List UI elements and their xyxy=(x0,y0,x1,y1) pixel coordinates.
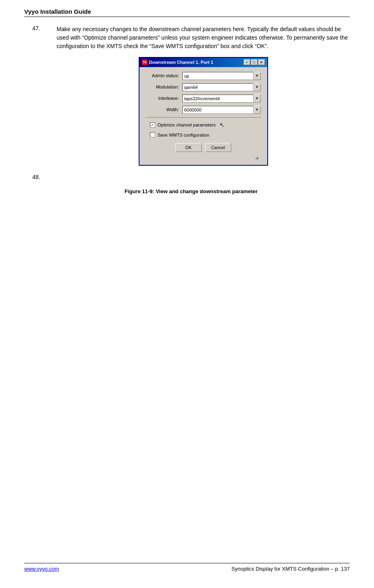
save-wmts-label: Save WMTS configuration xyxy=(158,132,209,139)
interleave-input[interactable] xyxy=(182,95,254,103)
step-47-text: Make any necessary changes to the downst… xyxy=(57,25,350,166)
step-47-number: 47. xyxy=(32,25,57,166)
dialog-title: Downstream Channel 1. Port 1 xyxy=(149,59,213,66)
page-footer: www.vyyo.com Synoptics Display for XMTS … xyxy=(24,563,350,572)
modulation-label: Modulation: xyxy=(146,84,182,91)
width-field-wrapper: ▼ xyxy=(182,106,261,114)
dialog-container: 76 Downstream Channel 1. Port 1 − □ × xyxy=(57,57,350,166)
modulation-input[interactable] xyxy=(182,83,254,91)
ok-button[interactable]: OK xyxy=(175,143,202,152)
page-header: Vyyo Installation Guide xyxy=(24,8,350,17)
modulation-row: Modulation: ▼ xyxy=(146,83,261,91)
step-47: 47. Make any necessary changes to the do… xyxy=(32,25,350,166)
figure-caption: Figure 11-9: View and change downstream … xyxy=(32,188,350,194)
interleave-field-wrapper: ▼ xyxy=(182,95,261,103)
admin-status-input[interactable] xyxy=(182,72,254,80)
modulation-dropdown[interactable]: ▼ xyxy=(254,83,261,91)
separator xyxy=(146,117,261,118)
titlebar-left: 76 Downstream Channel 1. Port 1 xyxy=(142,59,213,66)
dialog-body: Admin status: ▼ Modulation: xyxy=(139,67,267,165)
width-dropdown[interactable]: ▼ xyxy=(254,106,261,114)
resize-area: ◢ xyxy=(146,154,261,160)
save-wmts-checkbox[interactable] xyxy=(150,132,155,137)
interleave-label: Interleave: xyxy=(146,95,182,102)
downstream-channel-dialog: 76 Downstream Channel 1. Port 1 − □ × xyxy=(139,57,268,166)
dialog-buttons: OK Cancel xyxy=(146,143,261,154)
step-48: 48. xyxy=(32,174,350,180)
interleave-row: Interleave: ▼ xyxy=(146,95,261,103)
interleave-dropdown[interactable]: ▼ xyxy=(254,95,261,103)
width-input[interactable] xyxy=(182,106,254,114)
step-48-number: 48. xyxy=(32,174,57,180)
modulation-field-wrapper: ▼ xyxy=(182,83,261,91)
minimize-button[interactable]: − xyxy=(244,59,250,65)
admin-status-dropdown[interactable]: ▼ xyxy=(254,72,261,80)
admin-status-row: Admin status: ▼ xyxy=(146,72,261,80)
footer-link[interactable]: www.vyyo.com xyxy=(24,566,59,572)
cursor-icon: ↖ xyxy=(220,121,224,129)
width-row: Width: ▼ xyxy=(146,106,261,114)
dialog-titlebar: 76 Downstream Channel 1. Port 1 − □ × xyxy=(139,58,267,67)
cancel-button[interactable]: Cancel xyxy=(205,143,231,152)
width-label: Width: xyxy=(146,106,182,113)
save-wmts-checkbox-row: Save WMTS configuration xyxy=(146,132,261,139)
optimize-label: Optimize channel parameters xyxy=(158,122,216,129)
header-title: Vyyo Installation Guide xyxy=(24,8,91,15)
optimize-checkbox[interactable]: ✓ xyxy=(150,122,155,128)
dialog-app-icon: 76 xyxy=(142,59,148,65)
optimize-checkbox-row: ✓ Optimize channel parameters ↖ xyxy=(146,121,261,129)
maximize-button[interactable]: □ xyxy=(251,59,258,65)
footer-right-text: Synoptics Display for XMTS Configuration… xyxy=(231,566,350,572)
admin-status-field-wrapper: ▼ xyxy=(182,72,261,80)
titlebar-buttons: − □ × xyxy=(244,59,265,65)
resize-handle-icon: ◢ xyxy=(255,154,260,159)
close-button[interactable]: × xyxy=(258,59,265,65)
admin-status-label: Admin status: xyxy=(146,72,182,79)
